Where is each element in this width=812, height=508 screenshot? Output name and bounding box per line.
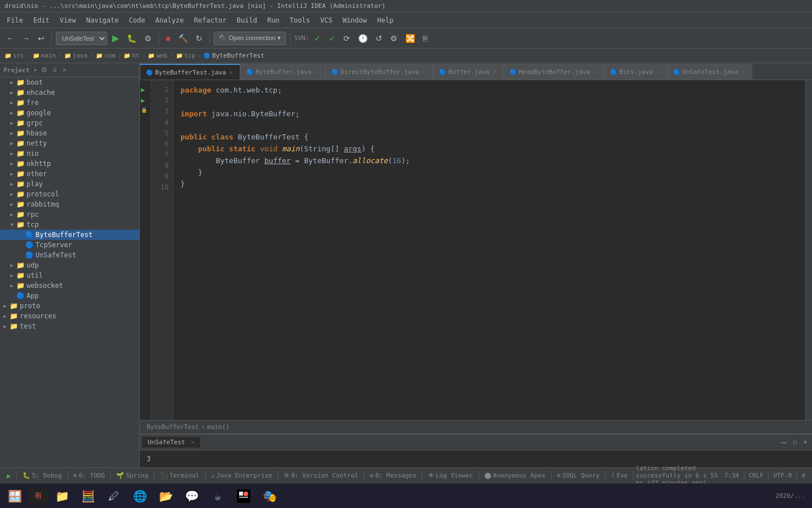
tab-bytebuffertest[interactable]: 🔵 ByteBufferTest.java × <box>140 64 240 80</box>
tab-close-button[interactable]: × <box>592 69 598 75</box>
tab-close-button[interactable]: × <box>228 69 234 76</box>
tab-close-button[interactable]: × <box>655 69 661 75</box>
menu-edit[interactable]: Edit <box>29 15 54 26</box>
status-terminal[interactable]: ⬛ Terminal <box>157 471 203 480</box>
menu-run[interactable]: Run <box>263 15 284 26</box>
status-time[interactable]: 7:34 <box>721 471 743 480</box>
taskbar-folder[interactable]: 📂 <box>153 485 178 507</box>
status-spring[interactable]: 🌱 Spring <box>113 471 152 480</box>
taskbar-calculator[interactable]: 🧮 <box>76 485 100 507</box>
code-editor[interactable]: ▶ ▶ 🔒 1 2 3 4 5 6 7 8 9 10 packag <box>140 80 812 420</box>
svn-copy-button[interactable]: ⎘ <box>420 32 430 45</box>
taskbar-chat[interactable]: 💬 <box>179 485 204 507</box>
svn-branches-button[interactable]: 🔀 <box>403 32 418 45</box>
run-button[interactable]: ▶ <box>109 32 122 45</box>
panel-expand-button[interactable]: □ <box>791 437 800 447</box>
sidebar-close-button[interactable]: × <box>61 65 68 75</box>
sidebar-item-fre[interactable]: ▶ 📁 fre <box>0 98 139 108</box>
status-debug[interactable]: 🐛 5: Debug <box>19 471 65 480</box>
sidebar-item-udp[interactable]: ▶ 📁 udp <box>0 260 139 270</box>
menu-vcs[interactable]: VCS <box>316 15 337 26</box>
svn-history-button[interactable]: 🕐 <box>355 32 370 45</box>
taskbar-java[interactable]: ☕ <box>205 485 230 507</box>
status-indent[interactable]: 4 <box>798 471 809 480</box>
tab-close-button[interactable]: × <box>740 69 746 75</box>
svn-check-button[interactable]: ✓ <box>311 32 324 45</box>
breadcrumb-com[interactable]: 📁com <box>96 52 116 59</box>
status-log-viewer[interactable]: 👁 Log Viewer <box>425 471 476 480</box>
menu-tools[interactable]: Tools <box>285 15 315 26</box>
sidebar-item-util[interactable]: ▶ 📁 util <box>0 270 139 281</box>
scroll-track[interactable] <box>805 80 812 420</box>
breadcrumb-main[interactable]: 📁main <box>33 52 56 59</box>
sidebar-item-rpc[interactable]: ▶ 📁 rpc <box>0 209 139 220</box>
menu-analyze[interactable]: Analyze <box>151 15 188 26</box>
sidebar-item-google[interactable]: ▶ 📁 google <box>0 108 139 118</box>
tab-close-button[interactable]: × <box>492 69 497 75</box>
sidebar-item-app[interactable]: 🔵 App <box>0 291 139 301</box>
stop-button[interactable]: ■ <box>163 32 173 45</box>
menu-build[interactable]: Build <box>232 15 262 26</box>
run-config-dropdown[interactable]: UnSafeTest <box>56 32 107 45</box>
tab-directbytebuffer[interactable]: 🔵 DirectByteBuffer.java × <box>325 64 433 80</box>
breadcrumb-java[interactable]: 📁java <box>64 52 88 59</box>
tab-bits[interactable]: 🔵 Bits.java × <box>604 64 667 80</box>
bottom-tab-close[interactable]: × <box>191 439 195 445</box>
status-todo[interactable]: ≡ 6: TODO <box>70 471 108 480</box>
sidebar-item-grpc[interactable]: ▶ 📁 grpc <box>0 118 139 128</box>
panel-close-button[interactable]: × <box>801 437 810 447</box>
tab-buffer[interactable]: 🔵 Buffer.java × <box>433 64 504 80</box>
sidebar-item-bytebuffertest[interactable]: 🔵 ByteBufferTest <box>0 230 139 240</box>
sidebar-item-hbase[interactable]: ▶ 📁 hbase <box>0 128 139 138</box>
tab-heapbytebuffer[interactable]: 🔵 HeapByteBuffer.java × <box>504 64 604 80</box>
breadcrumb-src[interactable]: 📁src <box>5 52 24 59</box>
sidebar-item-tcp[interactable]: ▼ 📁 tcp <box>0 220 139 230</box>
taskbar-intellij[interactable] <box>231 485 256 507</box>
taskbar-chrome[interactable]: 🌐 <box>127 485 152 507</box>
breadcrumb-web[interactable]: 📁web <box>148 52 167 59</box>
sidebar-item-tcpserver[interactable]: 🔵 TcpServer <box>0 240 139 250</box>
sidebar-item-websocket[interactable]: ▶ 📁 websocket <box>0 281 139 291</box>
status-crlf[interactable]: CRLF <box>745 471 767 480</box>
sidebar-item-boot[interactable]: ▶ 📁 boot <box>0 77 139 87</box>
sidebar-item-rabbitmq[interactable]: ▶ 📁 rabbitmq <box>0 199 139 209</box>
menu-help[interactable]: Help <box>373 15 398 26</box>
sidebar-item-netty[interactable]: ▶ 📁 netty <box>0 138 139 148</box>
status-run[interactable]: ▶ <box>3 471 14 481</box>
bottom-tab-unsafetest[interactable]: UnSafeTest × <box>142 437 200 448</box>
sidebar-item-unsafetest[interactable]: 🔵 UnSafeTest <box>0 250 139 260</box>
code-content[interactable]: package com.ht.web.tcp; import java.nio.… <box>174 80 805 420</box>
menu-file[interactable]: File <box>2 15 28 26</box>
breadcrumb-ht[interactable]: 📁ht <box>123 52 139 59</box>
svn-revert-button[interactable]: ↺ <box>373 32 385 45</box>
status-messages[interactable]: ≡ 0: Messages <box>367 471 420 480</box>
tab-bytebuffer[interactable]: 🔵 ByteBuffer.java × <box>240 64 325 80</box>
svn-settings-button[interactable]: ⚙ <box>387 32 400 45</box>
taskbar-other[interactable]: 🎭 <box>257 485 282 507</box>
sidebar-item-proto[interactable]: ▶ 📁 proto <box>0 301 139 311</box>
menu-window[interactable]: Window <box>338 15 371 26</box>
debug-button[interactable]: 🐛 <box>124 32 139 45</box>
status-encoding[interactable]: UTF-8 <box>770 471 795 480</box>
sidebar-item-nio[interactable]: ▶ 📁 nio <box>0 148 139 159</box>
undo-nav-button[interactable]: ↩ <box>35 32 47 45</box>
status-anonymous-apex[interactable]: ⬤ Anonymous Apex <box>481 471 549 480</box>
taskbar-input-method[interactable]: 有 <box>28 487 48 505</box>
sidebar-item-protocol[interactable]: ▶ 📁 protocol <box>0 189 139 199</box>
taskbar-notepad[interactable]: 🖊 <box>102 485 126 507</box>
forward-button[interactable]: → <box>19 32 33 45</box>
menu-code[interactable]: Code <box>125 15 150 26</box>
status-java-enterprise[interactable]: ☕ Java Enterprise <box>208 471 276 480</box>
build-button[interactable]: 🔨 <box>175 32 191 45</box>
taskbar-windows[interactable]: 🪟 <box>2 485 27 507</box>
sync-button[interactable]: ↻ <box>193 32 205 45</box>
sidebar-item-test[interactable]: ▶ 📁 test <box>0 321 139 331</box>
menu-refactor[interactable]: Refactor <box>189 15 231 26</box>
breadcrumb-tcp[interactable]: 📁tcp <box>176 52 196 59</box>
status-soql[interactable]: ≡ SOQL Query <box>553 471 603 480</box>
sidebar-collapse-button[interactable]: ≡ <box>51 65 59 75</box>
sidebar-item-resources[interactable]: ▶ 📁 resources <box>0 311 139 321</box>
tab-close-button[interactable]: × <box>421 69 427 75</box>
menu-view[interactable]: View <box>55 15 81 26</box>
sidebar-item-okhttp[interactable]: ▶ 📁 okhttp <box>0 159 139 169</box>
